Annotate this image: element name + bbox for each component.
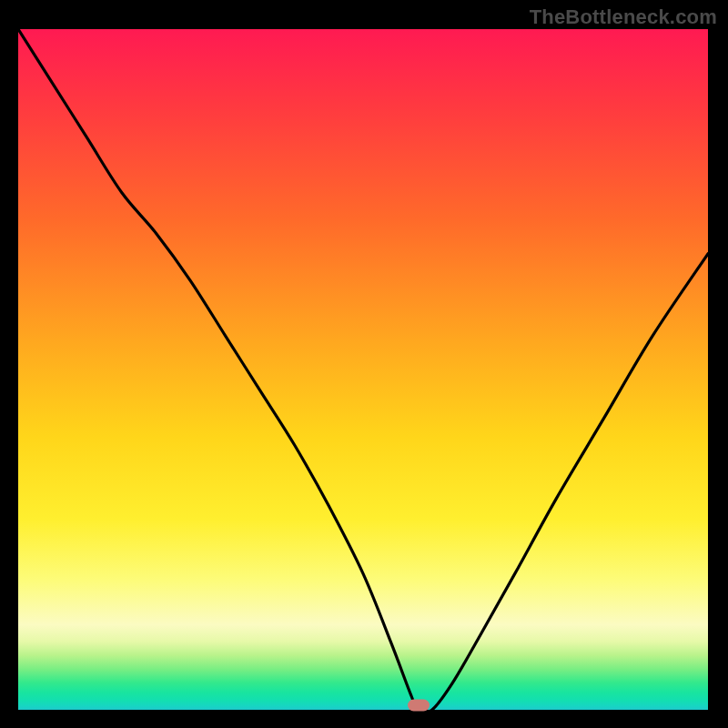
plot-area <box>18 29 708 710</box>
bottleneck-curve <box>18 29 708 710</box>
chart-container: TheBottleneck.com <box>0 0 728 728</box>
watermark-label: TheBottleneck.com <box>530 5 717 29</box>
optimal-marker <box>408 700 430 712</box>
